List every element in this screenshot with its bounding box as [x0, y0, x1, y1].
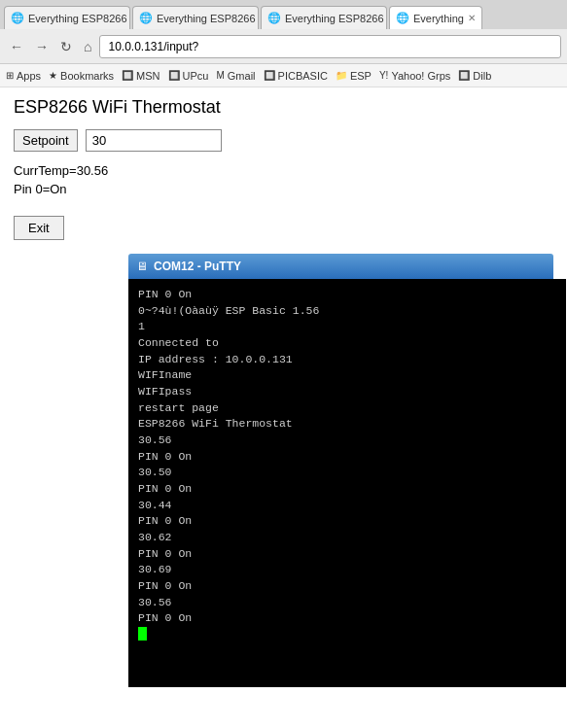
curr-temp-status: CurrTemp=30.56 — [14, 163, 553, 178]
tab-close-4[interactable]: ✕ — [468, 13, 476, 23]
terminal-line: restart page — [138, 400, 556, 417]
gmail-icon: M — [216, 70, 224, 81]
bookmark-dilb-label: Dilb — [473, 70, 491, 82]
bookmark-dilb[interactable]: 🔲 Dilb — [458, 70, 491, 82]
apps-icon: ⊞ — [6, 70, 14, 81]
setpoint-input[interactable] — [86, 129, 222, 152]
terminal-line: 1 — [138, 319, 556, 335]
tab-label-1: Everything ESP8266 - — [28, 13, 130, 24]
address-bar[interactable] — [99, 35, 561, 58]
terminal-line: IP address : 10.0.0.131 — [138, 352, 556, 368]
tab-favicon-2: 🌐 — [139, 12, 153, 25]
terminal-line: 30.69 — [138, 562, 556, 578]
terminal-line: PIN 0 On — [138, 513, 556, 530]
terminal-line: PIN 0 On — [138, 449, 556, 466]
back-button[interactable]: ← — [6, 37, 27, 56]
bookmark-esp[interactable]: 📁 ESP — [336, 70, 372, 82]
bookmark-gmail-label: Gmail — [228, 70, 256, 82]
setpoint-button[interactable]: Setpoint — [14, 129, 78, 152]
putty-icon: 🖥 — [136, 260, 148, 273]
browser-toolbar: ← → ↻ ⌂ — [0, 29, 567, 64]
tab-1[interactable]: 🌐 Everything ESP8266 - ✕ — [4, 6, 130, 29]
terminal-line: PIN 0 On — [138, 481, 556, 498]
terminal-line: WIFIname — [138, 367, 556, 384]
bookmark-msn-label: MSN — [136, 70, 159, 82]
esp-icon: 📁 — [336, 70, 347, 81]
terminal-line — [138, 627, 556, 643]
tab-2[interactable]: 🌐 Everything ESP8266 - ✕ — [132, 6, 259, 29]
setpoint-row: Setpoint — [14, 129, 553, 152]
terminal-cursor — [138, 627, 147, 641]
terminal-line: 30.62 — [138, 530, 556, 546]
terminal-line: PIN 0 On — [138, 578, 556, 595]
tab-favicon-3: 🌐 — [267, 12, 281, 25]
terminal-line: 30.56 — [138, 595, 556, 611]
terminal-line: PIN 0 On — [138, 610, 556, 627]
bookmarks-bar: ⊞ Apps ★ Bookmarks 🔲 MSN 🔲 UPcu M Gmail … — [0, 64, 567, 87]
home-button[interactable]: ⌂ — [80, 37, 95, 56]
pin-state-status: Pin 0=On — [14, 182, 553, 196]
terminal-line: 0~?4ù!(Oàaùÿ ESP Basic 1.56 — [138, 303, 556, 320]
putty-titlebar: 🖥 COM12 - PuTTY — [128, 254, 553, 279]
tab-label-3: Everything ESP8266 - — [285, 13, 387, 24]
terminal-line: WIFIpass — [138, 384, 556, 400]
terminal-line: Connected to — [138, 335, 556, 352]
bookmark-apps[interactable]: ⊞ Apps — [6, 70, 41, 82]
yahoo-icon: Y! — [379, 70, 388, 81]
picbasic-icon: 🔲 — [264, 70, 275, 81]
bookmark-apps-label: Apps — [17, 70, 41, 82]
terminal-line: 30.44 — [138, 498, 556, 514]
page-content: ESP8266 WiFi Thermostat Setpoint CurrTem… — [0, 87, 567, 697]
bookmark-bookmarks-label: Bookmarks — [60, 70, 114, 82]
msn-icon: 🔲 — [122, 70, 133, 81]
tab-4[interactable]: 🌐 Everything ✕ — [389, 6, 482, 29]
page-title: ESP8266 WiFi Thermostat — [14, 97, 553, 118]
browser-tabs: 🌐 Everything ESP8266 - ✕ 🌐 Everything ES… — [0, 0, 567, 29]
putty-title-text: COM12 - PuTTY — [154, 260, 546, 273]
tab-favicon-1: 🌐 — [11, 12, 24, 25]
terminal-line: ESP8266 WiFi Thermostat — [138, 416, 556, 433]
bookmark-msn[interactable]: 🔲 MSN — [122, 70, 159, 82]
exit-button[interactable]: Exit — [14, 216, 64, 240]
forward-button[interactable]: → — [31, 37, 53, 56]
bookmark-yahoo[interactable]: Y! Yahoo! Grps — [379, 70, 450, 82]
star-icon: ★ — [49, 70, 57, 81]
putty-window: 🖥 COM12 - PuTTY PIN 0 On0~?4ù!(Oàaùÿ ESP… — [128, 254, 553, 687]
putty-terminal[interactable]: PIN 0 On0~?4ù!(Oàaùÿ ESP Basic 1.561Conn… — [128, 279, 566, 687]
bookmark-picbasic-label: PICBASIC — [278, 70, 328, 82]
tab-favicon-4: 🌐 — [396, 12, 409, 25]
bookmark-esp-label: ESP — [350, 70, 372, 82]
tab-label-2: Everything ESP8266 - — [157, 13, 259, 24]
bookmark-gmail[interactable]: M Gmail — [216, 70, 255, 82]
dilb-icon: 🔲 — [458, 70, 470, 81]
terminal-line: 30.50 — [138, 465, 556, 481]
tab-3[interactable]: 🌐 Everything ESP8266 - ✕ — [261, 6, 387, 29]
reload-button[interactable]: ↻ — [56, 37, 76, 56]
upcu-icon: 🔲 — [168, 70, 180, 81]
bookmark-upcu-label: UPcu — [183, 70, 209, 82]
terminal-line: 30.56 — [138, 433, 556, 449]
bookmark-picbasic[interactable]: 🔲 PICBASIC — [264, 70, 328, 82]
bookmark-yahoo-label: Yahoo! Grps — [391, 70, 450, 82]
bookmark-upcu[interactable]: 🔲 UPcu — [168, 70, 209, 82]
terminal-line: PIN 0 On — [138, 546, 556, 563]
bookmark-bookmarks[interactable]: ★ Bookmarks — [49, 70, 114, 82]
terminal-line: PIN 0 On — [138, 287, 556, 303]
tab-label-4: Everything — [413, 13, 464, 24]
